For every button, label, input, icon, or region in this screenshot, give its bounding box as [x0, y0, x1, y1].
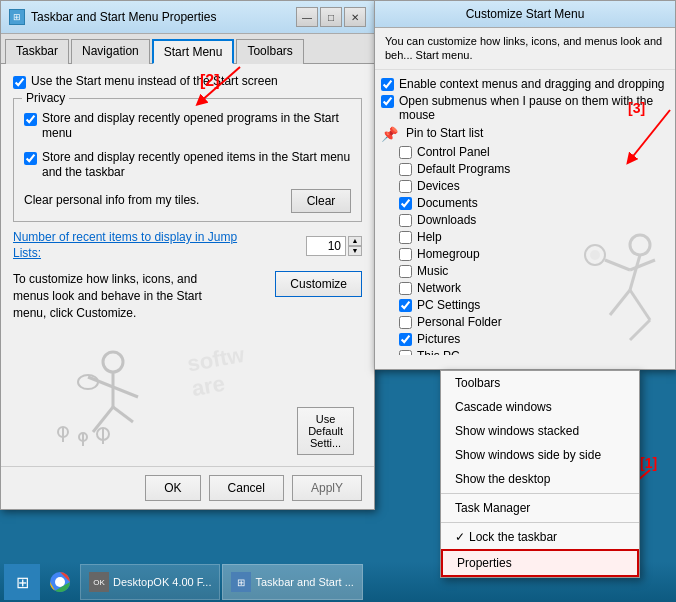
- clear-text: Clear personal info from my tiles.: [24, 193, 199, 209]
- dialog-title: Taskbar and Start Menu Properties: [31, 10, 216, 24]
- desktopok-taskbar-button[interactable]: OK DesktopOK 4.00 F...: [80, 564, 220, 600]
- context-menu-item-stacked[interactable]: Show windows stacked: [441, 419, 639, 443]
- use-default-button[interactable]: Use Default Setti...: [297, 407, 354, 455]
- context-menu: Toolbars Cascade windows Show windows st…: [440, 370, 640, 578]
- cb-control-panel[interactable]: [399, 146, 412, 159]
- close-button[interactable]: ✕: [344, 7, 366, 27]
- context-menu-separator-2: [441, 522, 639, 523]
- spinner-buttons: ▲ ▼: [348, 236, 362, 256]
- jump-input-wrapper: ▲ ▼: [306, 236, 362, 256]
- soccer-stickman: [570, 230, 670, 360]
- svg-line-21: [610, 290, 630, 315]
- cb-open-submenus[interactable]: [381, 95, 394, 108]
- list-item-open-submenus: Open submenus when I pause on them with …: [381, 94, 669, 122]
- taskbar-start-button[interactable]: ⊞: [4, 564, 40, 600]
- context-menu-item-task-manager[interactable]: Task Manager: [441, 496, 639, 520]
- customize-panel-desc: You can customize how links, icons, and …: [375, 28, 675, 70]
- context-menu-item-toolbars[interactable]: Toolbars: [441, 371, 639, 395]
- clear-section: Clear personal info from my tiles. Clear: [24, 189, 351, 213]
- cb-help[interactable]: [399, 231, 412, 244]
- privacy-checkbox-2[interactable]: [24, 152, 37, 165]
- cb-this-pc[interactable]: [399, 350, 412, 355]
- cb-pc-settings[interactable]: [399, 299, 412, 312]
- cb-homegroup[interactable]: [399, 248, 412, 261]
- context-menu-item-cascade[interactable]: Cascade windows: [441, 395, 639, 419]
- privacy-item-1: Store and display recently opened progra…: [24, 111, 351, 142]
- customize-button[interactable]: Customize: [275, 271, 362, 297]
- svg-line-18: [630, 255, 640, 290]
- privacy-checkbox-1[interactable]: [24, 113, 37, 126]
- privacy-group-content: Store and display recently opened progra…: [24, 111, 351, 213]
- tab-start-menu[interactable]: Start Menu: [152, 39, 235, 64]
- cb-downloads[interactable]: [399, 214, 412, 227]
- title-bar-left: ⊞ Taskbar and Start Menu Properties: [9, 9, 216, 25]
- list-item-pin-to-start: 📌 Pin to Start list: [381, 126, 669, 142]
- jump-lists-label: Number of recent items to display in Jum…: [13, 230, 253, 261]
- cb-documents[interactable]: [399, 197, 412, 210]
- taskbar-properties-icon: ⊞: [231, 572, 251, 592]
- svg-line-19: [605, 260, 630, 270]
- start-menu-checkbox-row: Use the Start menu instead of the Start …: [13, 74, 362, 90]
- context-menu-separator: [441, 493, 639, 494]
- title-bar: ⊞ Taskbar and Start Menu Properties — □ …: [1, 1, 374, 34]
- clear-button[interactable]: Clear: [291, 189, 351, 213]
- privacy-label-2: Store and display recently opened items …: [42, 150, 351, 181]
- cb-default-programs[interactable]: [399, 163, 412, 176]
- cb-music[interactable]: [399, 265, 412, 278]
- start-menu-checkbox[interactable]: [13, 76, 26, 89]
- list-item-context-menus: Enable context menus and dragging and dr…: [381, 77, 669, 91]
- cancel-button[interactable]: Cancel: [209, 475, 284, 501]
- context-menu-item-side-by-side[interactable]: Show windows side by side: [441, 443, 639, 467]
- svg-line-23: [630, 320, 650, 340]
- cb-context-menus[interactable]: [381, 78, 394, 91]
- apply-button[interactable]: ApplY: [292, 475, 362, 501]
- privacy-group-title: Privacy: [22, 91, 69, 105]
- cb-personal-folder[interactable]: [399, 316, 412, 329]
- customize-text: To customize how links, icons, and menus…: [13, 271, 233, 321]
- list-item-control-panel: Control Panel: [381, 145, 669, 159]
- context-menu-item-show-desktop[interactable]: Show the desktop: [441, 467, 639, 491]
- cb-devices[interactable]: [399, 180, 412, 193]
- svg-line-2: [88, 377, 113, 387]
- maximize-button[interactable]: □: [320, 7, 342, 27]
- start-menu-label: Use the Start menu instead of the Start …: [31, 74, 278, 90]
- list-item-downloads: Downloads: [381, 213, 669, 227]
- cb-network[interactable]: [399, 282, 412, 295]
- bottom-buttons: OK Cancel ApplY: [1, 466, 374, 509]
- cb-pictures[interactable]: [399, 333, 412, 346]
- customize-panel-title: Customize Start Menu: [375, 1, 675, 28]
- svg-line-3: [113, 387, 138, 397]
- tab-navigation[interactable]: Navigation: [71, 39, 150, 64]
- context-menu-item-properties[interactable]: Properties: [441, 549, 639, 577]
- privacy-group: Privacy Store and display recently opene…: [13, 98, 362, 222]
- privacy-label-1: Store and display recently opened progra…: [42, 111, 351, 142]
- minimize-button[interactable]: —: [296, 7, 318, 27]
- context-menu-item-lock-taskbar[interactable]: Lock the taskbar: [441, 525, 639, 549]
- spinner-down[interactable]: ▼: [348, 246, 362, 256]
- pin-icon: 📌: [381, 126, 398, 142]
- ok-button[interactable]: OK: [145, 475, 200, 501]
- tabs-container: Taskbar Navigation Start Menu Toolbars: [1, 34, 374, 64]
- start-icon: ⊞: [16, 573, 29, 592]
- jump-lists-input[interactable]: [306, 236, 346, 256]
- tab-toolbars[interactable]: Toolbars: [236, 39, 303, 64]
- svg-point-0: [103, 352, 123, 372]
- title-controls: — □ ✕: [296, 7, 366, 27]
- watermark-text: softw are: [183, 332, 303, 402]
- svg-line-5: [113, 407, 133, 422]
- privacy-item-2: Store and display recently opened items …: [24, 150, 351, 181]
- list-item-devices: Devices: [381, 179, 669, 193]
- tab-taskbar[interactable]: Taskbar: [5, 39, 69, 64]
- desktopok-icon: OK: [89, 572, 109, 592]
- dialog-content: Use the Start menu instead of the Start …: [1, 64, 374, 462]
- chrome-icon: [48, 570, 72, 594]
- taskbar-properties-label: Taskbar and Start ...: [255, 576, 353, 588]
- dialog-icon: ⊞: [9, 9, 25, 25]
- list-item-documents: Documents: [381, 196, 669, 210]
- desktopok-label: DesktopOK 4.00 F...: [113, 576, 211, 588]
- taskbar-properties-button[interactable]: ⊞ Taskbar and Start ...: [222, 564, 362, 600]
- annotation-3: [3]: [628, 100, 645, 116]
- spinner-up[interactable]: ▲: [348, 236, 362, 246]
- chrome-button[interactable]: [42, 564, 78, 600]
- main-dialog: ⊞ Taskbar and Start Menu Properties — □ …: [0, 0, 375, 510]
